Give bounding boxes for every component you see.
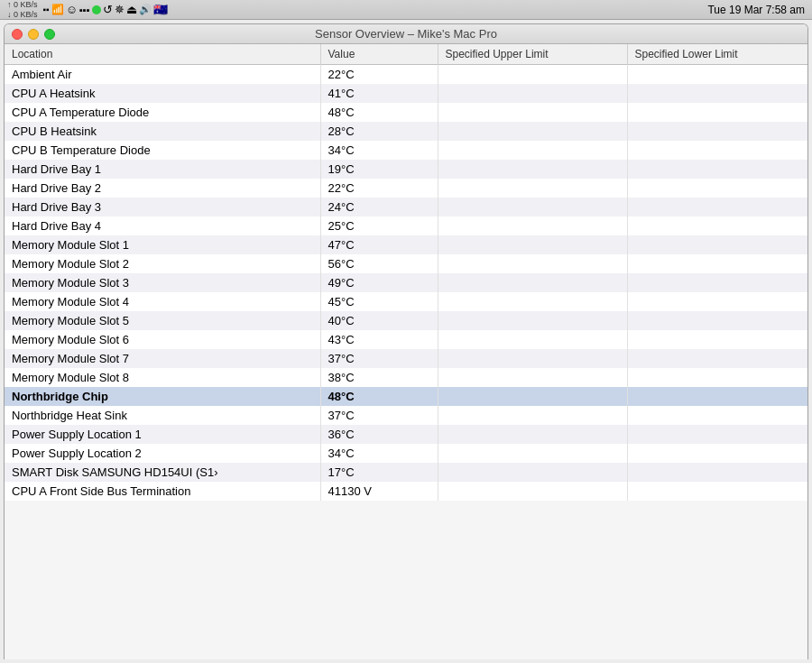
maximize-button[interactable]: [44, 29, 55, 40]
cell-lower: [627, 141, 807, 160]
cell-value: 37°C: [320, 349, 438, 368]
table-header-row: Location Value Specified Upper Limit Spe…: [5, 44, 807, 65]
cell-value: 28°C: [320, 122, 438, 141]
cell-upper: [438, 311, 627, 330]
cell-upper: [438, 349, 627, 368]
cell-upper: [438, 198, 627, 216]
eject-icon: ⏏: [126, 3, 137, 16]
cell-location: CPU B Temperature Diode: [5, 141, 320, 160]
table-row[interactable]: Memory Module Slot 540°C: [5, 311, 807, 330]
cell-lower: [627, 254, 807, 273]
cell-location: Northbridge Chip: [5, 387, 320, 406]
cell-lower: [627, 425, 807, 444]
table-row[interactable]: SMART Disk SAMSUNG HD154UI (S1›17°C: [5, 463, 807, 482]
table-row[interactable]: Memory Module Slot 838°C: [5, 368, 807, 387]
cell-lower: [627, 444, 807, 463]
cell-location: CPU A Front Side Bus Termination: [5, 482, 320, 501]
table-row[interactable]: Hard Drive Bay 324°C: [5, 198, 807, 216]
cell-upper: [438, 368, 627, 387]
table-row[interactable]: Memory Module Slot 445°C: [5, 292, 807, 311]
cpu-monitor-icon: ▪▪: [43, 5, 50, 14]
table-container[interactable]: Location Value Specified Upper Limit Spe…: [5, 44, 807, 659]
cell-value: 17°C: [320, 463, 438, 482]
menu-icons: ▪▪ 📶 ☺ ▪▪▪ ↺ ✵ ⏏ 🔊 🇦🇺: [43, 3, 168, 16]
cell-lower: [627, 349, 807, 368]
cell-value: 48°C: [320, 103, 438, 122]
menubar: ↑ 0 KB/s ↓ 0 KB/s ▪▪ 📶 ☺ ▪▪▪ ↺ ✵ ⏏ 🔊 🇦🇺 …: [0, 0, 812, 20]
net-down: 0 KB/s: [14, 10, 38, 19]
sensor-overview-window: Sensor Overview – Mike's Mac Pro Locatio…: [4, 23, 808, 659]
close-button[interactable]: [12, 29, 23, 40]
cell-location: SMART Disk SAMSUNG HD154UI (S1›: [5, 463, 320, 482]
table-row[interactable]: Power Supply Location 136°C: [5, 425, 807, 444]
cell-location: Memory Module Slot 2: [5, 254, 320, 273]
header-upper: Specified Upper Limit: [438, 44, 627, 65]
cell-upper: [438, 216, 627, 235]
cell-upper: [438, 444, 627, 463]
table-row[interactable]: Northbridge Chip48°C: [5, 387, 807, 406]
cell-location: Ambient Air: [5, 65, 320, 85]
table-row[interactable]: CPU A Front Side Bus Termination41130 V: [5, 482, 807, 501]
cell-upper: [438, 160, 627, 179]
cell-value: 36°C: [320, 425, 438, 444]
table-row[interactable]: Hard Drive Bay 425°C: [5, 216, 807, 235]
cell-lower: [627, 368, 807, 387]
cell-upper: [438, 387, 627, 406]
cell-lower: [627, 122, 807, 141]
table-row[interactable]: CPU A Heatsink41°C: [5, 84, 807, 103]
smiley-icon: ☺: [66, 3, 78, 16]
cell-location: Memory Module Slot 6: [5, 330, 320, 349]
cell-location: Northbridge Heat Sink: [5, 406, 320, 425]
net-up: 0 KB/s: [14, 0, 38, 9]
table-row[interactable]: Hard Drive Bay 222°C: [5, 179, 807, 198]
cell-value: 45°C: [320, 292, 438, 311]
cell-upper: [438, 235, 627, 254]
traffic-lights: [12, 29, 55, 40]
cell-location: Memory Module Slot 5: [5, 311, 320, 330]
cell-location: Hard Drive Bay 1: [5, 160, 320, 179]
table-row[interactable]: CPU A Temperature Diode48°C: [5, 103, 807, 122]
table-row[interactable]: Memory Module Slot 737°C: [5, 349, 807, 368]
table-row[interactable]: Northbridge Heat Sink37°C: [5, 406, 807, 425]
cell-upper: [438, 482, 627, 501]
cell-lower: [627, 482, 807, 501]
volume-icon: 🔊: [139, 4, 152, 15]
cell-value: 38°C: [320, 368, 438, 387]
header-lower: Specified Lower Limit: [627, 44, 807, 65]
minimize-button[interactable]: [28, 29, 39, 40]
cell-location: CPU A Heatsink: [5, 84, 320, 103]
cell-lower: [627, 235, 807, 254]
cell-location: CPU B Heatsink: [5, 122, 320, 141]
cell-value: 22°C: [320, 65, 438, 85]
cell-upper: [438, 103, 627, 122]
cell-upper: [438, 84, 627, 103]
window-title: Sensor Overview – Mike's Mac Pro: [315, 27, 497, 41]
cell-value: 40°C: [320, 311, 438, 330]
table-row[interactable]: CPU B Temperature Diode34°C: [5, 141, 807, 160]
cell-location: CPU A Temperature Diode: [5, 103, 320, 122]
cell-upper: [438, 330, 627, 349]
cell-location: Memory Module Slot 1: [5, 235, 320, 254]
cell-lower: [627, 311, 807, 330]
table-row[interactable]: Memory Module Slot 256°C: [5, 254, 807, 273]
cell-upper: [438, 273, 627, 292]
table-row[interactable]: Ambient Air22°C: [5, 65, 807, 85]
title-bar: Sensor Overview – Mike's Mac Pro: [5, 24, 807, 44]
cell-location: Power Supply Location 2: [5, 444, 320, 463]
cell-upper: [438, 254, 627, 273]
table-row[interactable]: CPU B Heatsink28°C: [5, 122, 807, 141]
cell-upper: [438, 406, 627, 425]
cell-location: Hard Drive Bay 2: [5, 179, 320, 198]
menubar-left: ↑ 0 KB/s ↓ 0 KB/s ▪▪ 📶 ☺ ▪▪▪ ↺ ✵ ⏏ 🔊 🇦🇺: [7, 0, 168, 19]
header-value: Value: [320, 44, 438, 65]
cell-lower: [627, 65, 807, 85]
table-row[interactable]: Memory Module Slot 349°C: [5, 273, 807, 292]
cell-location: Hard Drive Bay 3: [5, 198, 320, 216]
table-row[interactable]: Power Supply Location 234°C: [5, 444, 807, 463]
flag-icon: 🇦🇺: [153, 3, 168, 16]
table-row[interactable]: Memory Module Slot 147°C: [5, 235, 807, 254]
cell-lower: [627, 84, 807, 103]
cell-value: 24°C: [320, 198, 438, 216]
table-row[interactable]: Memory Module Slot 643°C: [5, 330, 807, 349]
table-row[interactable]: Hard Drive Bay 119°C: [5, 160, 807, 179]
